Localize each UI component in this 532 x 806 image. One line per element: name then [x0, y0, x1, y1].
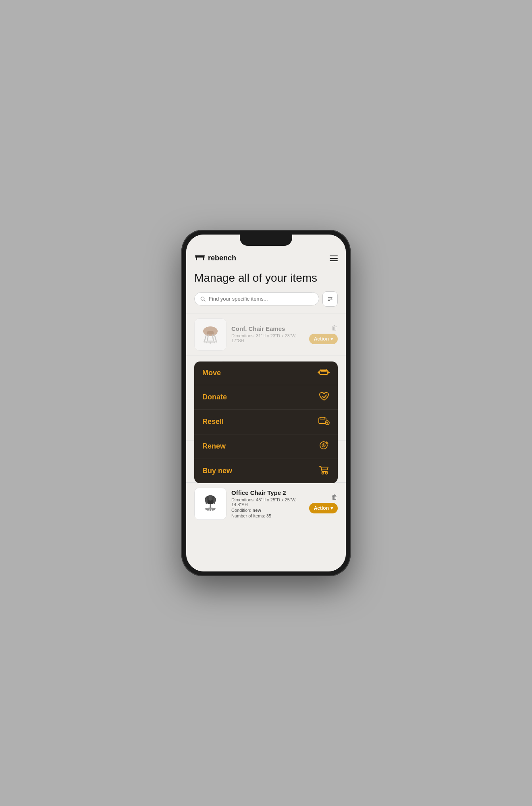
svg-rect-68	[206, 498, 207, 504]
svg-point-20	[210, 342, 211, 344]
search-input-wrap[interactable]	[194, 292, 319, 305]
item-image	[194, 488, 227, 520]
dropdown-item-renew[interactable]: Renew	[194, 434, 338, 459]
list-item: Conf. Chair Eames Dimentions: 31"H x 23"…	[186, 313, 346, 355]
resell-icon	[318, 415, 330, 428]
action-label: Action	[314, 505, 329, 511]
delete-icon[interactable]: 🗑	[331, 494, 338, 501]
page-title: Manage all of your items	[186, 267, 346, 291]
search-input[interactable]	[209, 296, 313, 302]
svg-rect-60	[209, 495, 212, 501]
svg-line-5	[204, 300, 205, 301]
renew-icon	[318, 440, 330, 453]
dropdown-item-buy-new[interactable]: Buy new	[194, 459, 338, 483]
svg-rect-3	[195, 255, 205, 256]
svg-line-11	[204, 334, 206, 342]
hamburger-line-3	[330, 260, 338, 261]
item-actions: 🗑 Action ▾	[309, 325, 338, 344]
phone-screen: rebench Manage all of your items	[186, 235, 346, 571]
svg-point-66	[212, 509, 214, 510]
svg-point-18	[204, 341, 205, 343]
buy-new-icon	[318, 465, 330, 478]
item-info: Conf. Chair Eames Dimentions: 31"H x 23"…	[231, 325, 304, 344]
resell-label: Resell	[202, 418, 224, 426]
svg-point-17	[214, 342, 215, 343]
donate-label: Donate	[202, 393, 227, 401]
svg-point-35	[326, 472, 328, 474]
item-actions: 🗑 Action ▾	[309, 494, 338, 513]
dropdown-item-move[interactable]: Move	[194, 361, 338, 385]
svg-point-67	[210, 509, 211, 511]
logo-icon	[194, 253, 206, 263]
svg-rect-1	[196, 258, 197, 260]
svg-point-64	[214, 508, 215, 510]
svg-rect-2	[203, 258, 204, 260]
svg-rect-69	[214, 498, 215, 504]
item-dimensions: Dimentions: 31"H x 23"D x 23"W, 17"SH	[231, 333, 304, 343]
menu-button[interactable]	[330, 256, 338, 261]
item-dimensions: Dimentions: 45"H x 25"D x 25"W, 14.8"SH	[231, 497, 304, 507]
logo: rebench	[194, 253, 236, 263]
action-dropdown[interactable]: Move Don	[194, 361, 338, 483]
dropdown-item-donate[interactable]: Donate	[194, 385, 338, 410]
move-icon	[318, 367, 330, 379]
svg-rect-10	[207, 331, 214, 334]
phone-frame: rebench Manage all of your items	[181, 230, 351, 576]
item-image	[194, 318, 227, 351]
action-label: Action	[314, 336, 329, 342]
item-info: Office Chair Type 2 Dimentions: 45"H x 2…	[231, 489, 304, 518]
svg-point-63	[206, 508, 207, 510]
item-condition: Condition: new	[231, 508, 304, 513]
chevron-down-icon: ▾	[330, 505, 333, 511]
svg-line-33	[324, 445, 325, 446]
svg-point-65	[207, 509, 209, 510]
chevron-down-icon: ▾	[330, 336, 333, 342]
delete-icon[interactable]: 🗑	[331, 325, 338, 331]
list-item: Office Chair Type 2 Dimentions: 45"H x 2…	[186, 482, 346, 525]
screen-scroll[interactable]: rebench Manage all of your items	[186, 235, 346, 571]
svg-line-12	[214, 334, 216, 342]
move-label: Move	[202, 369, 221, 377]
svg-rect-0	[195, 256, 205, 258]
donate-icon	[318, 391, 330, 404]
item-name: Conf. Chair Eames	[231, 325, 304, 332]
notch	[240, 235, 292, 246]
action-button-1[interactable]: Action ▾	[309, 334, 338, 344]
search-bar	[186, 291, 346, 307]
hamburger-line-1	[330, 256, 338, 256]
renew-label: Renew	[202, 442, 226, 451]
item-count: Number of items: 35	[231, 513, 304, 518]
svg-point-16	[206, 342, 207, 343]
buy-new-label: Buy new	[202, 467, 232, 475]
hamburger-line-2	[330, 258, 338, 259]
svg-point-34	[322, 472, 324, 474]
sort-icon	[327, 296, 333, 302]
svg-point-19	[216, 341, 217, 343]
item-name: Office Chair Type 2	[231, 489, 304, 496]
dropdown-item-resell[interactable]: Resell	[194, 410, 338, 434]
action-button-5[interactable]: Action ▾	[309, 503, 338, 513]
screen-content: Conf. Chair Eames Dimentions: 31"H x 23"…	[186, 313, 346, 525]
logo-text: rebench	[208, 254, 236, 262]
header: rebench	[186, 250, 346, 267]
sort-button[interactable]	[322, 291, 338, 307]
search-icon	[200, 296, 206, 302]
